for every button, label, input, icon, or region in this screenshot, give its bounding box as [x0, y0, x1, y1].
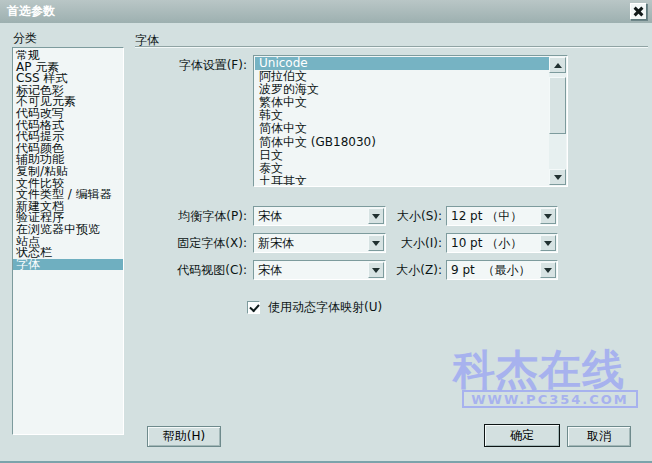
section-divider [135, 46, 648, 47]
ok-button[interactable]: 确定 [484, 424, 560, 447]
category-item[interactable]: 字体 [13, 259, 123, 271]
chevron-down-icon [544, 214, 552, 219]
font-combobox[interactable]: 宋体 [253, 206, 386, 226]
size-combobox-value: 9 pt （最小） [447, 261, 540, 279]
check-icon [249, 302, 259, 313]
category-item[interactable]: 在浏览器中预览 [13, 224, 123, 236]
size-dropdown-button[interactable] [540, 208, 556, 224]
font-row-label: 代码视图(C): [160, 262, 247, 279]
scroll-up-icon [554, 63, 562, 68]
window-title: 首选参数 [7, 4, 55, 18]
chevron-down-icon [372, 268, 380, 273]
category-item[interactable]: 状态栏 [13, 247, 123, 259]
font-settings-options: Unicode阿拉伯文波罗的海文繁体中文韩文简体中文简体中文 (GB18030)… [255, 57, 549, 185]
scrollbar-track[interactable] [549, 73, 566, 169]
size-combobox[interactable]: 10 pt （小） [446, 233, 558, 253]
size-combobox-value: 12 pt （中） [447, 207, 540, 225]
category-item[interactable]: 辅助功能 [13, 154, 123, 166]
font-settings-listbox: Unicode阿拉伯文波罗的海文繁体中文韩文简体中文简体中文 (GB18030)… [253, 55, 568, 187]
category-item[interactable]: 验证程序 [13, 212, 123, 224]
category-list: 常规AP 元素CSS 样式标记色彩不可见元素代码改写代码格式代码提示代码颜色辅助… [12, 47, 124, 435]
font-settings-label: 字体设置(F): [160, 57, 247, 74]
category-item[interactable]: 代码格式 [13, 120, 123, 132]
scroll-down-button[interactable] [549, 169, 566, 185]
font-settings-option[interactable]: 土耳其文 [255, 175, 549, 185]
font-combobox-value: 宋体 [254, 261, 368, 279]
size-combobox[interactable]: 9 pt （最小） [446, 260, 558, 280]
scroll-up-button[interactable] [549, 57, 566, 73]
font-settings-option[interactable]: 繁体中文 [255, 96, 549, 109]
dynamic-font-mapping-checkbox[interactable] [247, 301, 260, 314]
category-item[interactable]: 代码提示 [13, 131, 123, 143]
font-dropdown-button[interactable] [368, 235, 384, 251]
size-combobox[interactable]: 12 pt （中） [446, 206, 558, 226]
scrollbar[interactable] [549, 57, 566, 185]
size-combobox-value: 10 pt （小） [447, 234, 540, 252]
category-item[interactable]: 复制/粘贴 [13, 166, 123, 178]
font-settings-option[interactable]: 日文 [255, 149, 549, 162]
size-dropdown-button[interactable] [540, 262, 556, 278]
category-item[interactable]: AP 元素 [13, 62, 123, 74]
category-label: 分类 [13, 30, 37, 47]
font-dropdown-button[interactable] [368, 262, 384, 278]
category-item[interactable]: 站点 [13, 236, 123, 248]
size-label: 大小(Z): [392, 262, 442, 279]
close-icon [631, 4, 646, 19]
category-item[interactable]: 新建文档 [13, 201, 123, 213]
category-item[interactable]: 文件比较 [13, 178, 123, 190]
font-setting-row: 均衡字体(P): 宋体 大小(S): 12 pt （中） [160, 206, 640, 226]
font-combobox-value: 宋体 [254, 207, 368, 225]
font-combobox[interactable]: 宋体 [253, 260, 386, 280]
category-item[interactable]: 标记色彩 [13, 85, 123, 97]
font-combo-rows: 均衡字体(P): 宋体 大小(S): 12 pt （中） 固定字体(X): 新宋… [160, 206, 640, 287]
font-setting-row: 代码视图(C): 宋体 大小(Z): 9 pt （最小） [160, 260, 640, 280]
category-item[interactable]: CSS 样式 [13, 73, 123, 85]
category-item[interactable]: 代码颜色 [13, 143, 123, 155]
font-setting-row: 固定字体(X): 新宋体 大小(I): 10 pt （小） [160, 233, 640, 253]
font-dropdown-button[interactable] [368, 208, 384, 224]
font-settings-option[interactable]: 简体中文 (GB18030) [255, 136, 549, 149]
help-button[interactable]: 帮助(H) [147, 426, 221, 447]
font-row-label: 固定字体(X): [160, 235, 247, 252]
category-item[interactable]: 常规 [13, 50, 123, 62]
cancel-button[interactable]: 取消 [567, 426, 631, 447]
close-button[interactable] [630, 3, 647, 20]
font-combobox-value: 新宋体 [254, 234, 368, 252]
size-label: 大小(I): [392, 235, 442, 252]
chevron-down-icon [544, 268, 552, 273]
chevron-down-icon [372, 241, 380, 246]
size-label: 大小(S): [392, 208, 442, 225]
scroll-down-icon [554, 175, 562, 180]
dynamic-font-mapping-row: 使用动态字体映射(U) [247, 301, 382, 314]
category-item[interactable]: 不可见元素 [13, 96, 123, 108]
watermark-url: WWW.PC354.COM [462, 390, 638, 408]
chevron-down-icon [372, 214, 380, 219]
dynamic-font-mapping-label: 使用动态字体映射(U) [268, 301, 382, 314]
title-bar[interactable]: 首选参数 [0, 0, 652, 23]
chevron-down-icon [544, 241, 552, 246]
font-row-label: 均衡字体(P): [160, 208, 247, 225]
scrollbar-thumb[interactable] [549, 77, 566, 134]
preferences-dialog: 首选参数 分类 常规AP 元素CSS 样式标记色彩不可见元素代码改写代码格式代码… [0, 0, 652, 463]
category-item[interactable]: 文件类型 / 编辑器 [13, 189, 123, 201]
size-dropdown-button[interactable] [540, 235, 556, 251]
font-combobox[interactable]: 新宋体 [253, 233, 386, 253]
category-item[interactable]: 代码改写 [13, 108, 123, 120]
